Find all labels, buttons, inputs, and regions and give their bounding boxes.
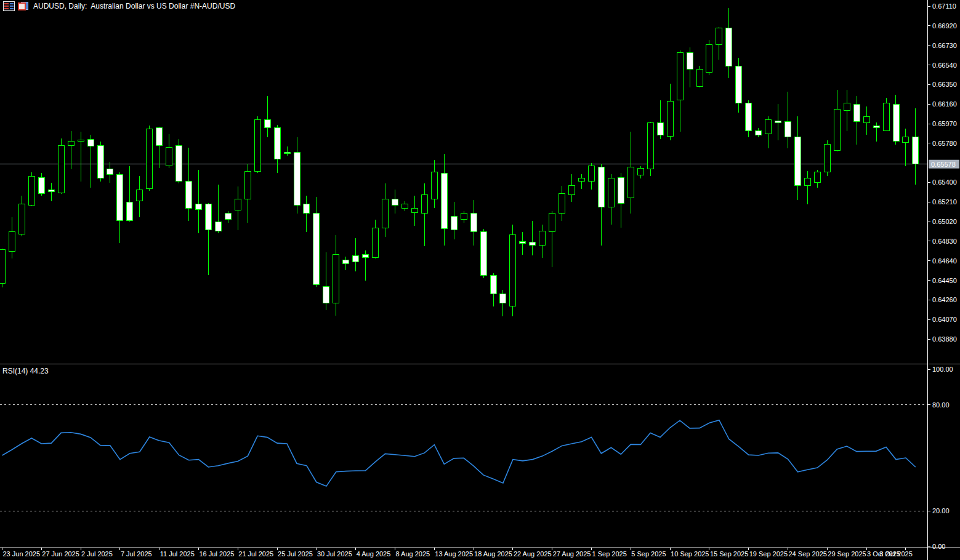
time-tick-label: 18 Aug 2025 [474,550,512,558]
candlestick [706,40,712,75]
time-tick-label: 1 Sep 2025 [592,550,627,558]
candlestick [254,116,260,173]
time-tick-label: 11 Jul 2025 [160,550,195,558]
candlestick [0,249,6,288]
time-tick-label: 8 Oct 2025 [879,550,913,558]
candlestick [480,229,486,278]
candlestick [647,122,653,177]
chart-title-bar: AUDUSD, Daily: Australian Dollar vs US D… [0,0,235,12]
time-tick-label: 4 Aug 2025 [357,550,391,558]
time-tick-label: 29 Sep 2025 [828,550,866,558]
candlestick [824,140,830,177]
price-tick-label: 0.66540 [932,62,957,69]
time-tick-label: 2 Jul 2025 [81,550,113,558]
price-tick-label: 0.66160 [932,100,957,108]
chart-canvas[interactable]: 0.671100.669200.667300.665400.663500.661… [0,0,960,560]
time-tick-label: 19 Sep 2025 [749,550,788,558]
rsi-indicator-label: RSI(14) 44.23 [2,367,49,375]
rsi-tick-label: 100.00 [932,366,953,373]
time-tick-label: 10 Sep 2025 [671,550,709,558]
market-watch-icon[interactable] [3,1,15,11]
candlestick [510,225,516,316]
candlestick [97,142,103,182]
time-tick-label: 13 Aug 2025 [435,550,473,558]
time-tick-label: 7 Jul 2025 [121,550,152,558]
price-tick-label: 0.65210 [932,198,957,206]
time-tick-label: 24 Sep 2025 [789,550,827,558]
time-tick-label: 8 Aug 2025 [396,550,430,558]
price-tick-label: 0.64070 [932,316,957,323]
price-tick-label: 0.66730 [932,42,957,49]
rsi-tick-label: 20.00 [932,507,950,514]
time-tick-label: 21 Jul 2025 [238,550,273,558]
rsi-tick-label: 80.00 [932,401,950,409]
time-tick-label: 30 Jul 2025 [317,550,352,558]
price-tick-label: 0.65020 [932,218,957,225]
time-tick-label: 15 Sep 2025 [710,550,748,558]
time-tick-label: 22 Aug 2025 [514,550,552,558]
current-price-badge-value: 0.65578 [931,161,956,168]
time-tick-label: 25 Jul 2025 [278,550,313,558]
candlestick [28,172,34,206]
rsi-tick-label: 0.00 [932,543,945,550]
chart-background [0,0,960,560]
time-tick-label: 27 Aug 2025 [553,550,591,558]
price-tick-label: 0.65970 [932,120,957,127]
candlestick [147,126,153,191]
price-tick-label: 0.66350 [932,81,957,88]
price-tick-label: 0.64260 [932,296,957,303]
price-tick-label: 0.65400 [932,178,957,186]
terminal-chart-window: 0.671100.669200.667300.665400.663500.661… [0,0,960,560]
price-tick-label: 0.64830 [932,238,957,245]
price-tick-label: 0.65780 [932,140,957,147]
time-tick-label: 16 Jul 2025 [200,550,235,558]
chart-title: AUDUSD, Daily: Australian Dollar vs US D… [33,2,235,10]
candlestick [176,139,182,183]
price-tick-label: 0.64450 [932,277,957,284]
time-tick-label: 23 Jun 2025 [3,550,41,558]
candlestick [883,98,889,131]
price-tick-label: 0.66920 [932,22,957,30]
price-tick-label: 0.67110 [932,2,956,10]
chart-window-icon[interactable] [18,2,28,10]
candlestick [58,138,64,194]
time-tick-label: 5 Sep 2025 [631,550,666,558]
candlestick [696,66,703,87]
price-tick-label: 0.63880 [932,335,957,343]
time-tick-label: 27 Jun 2025 [42,550,79,558]
price-tick-label: 0.64640 [932,257,957,265]
